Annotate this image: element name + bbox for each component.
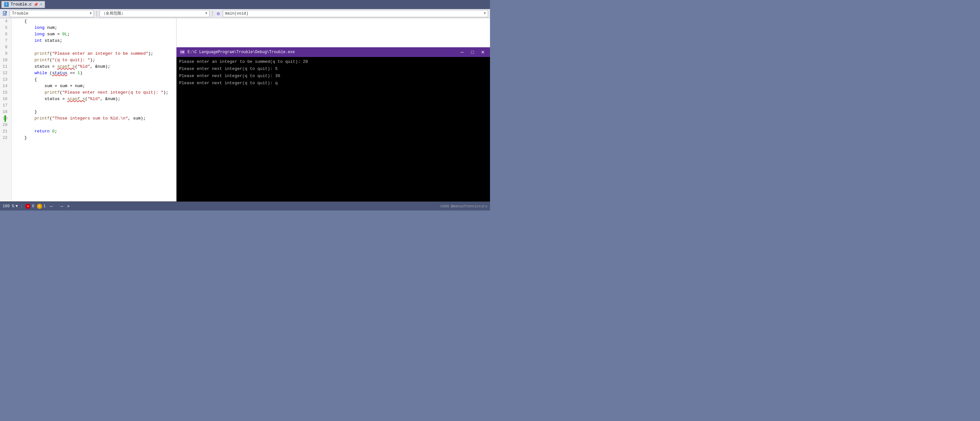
line-num-14: 14 [0, 83, 10, 89]
terminal-minimize-button[interactable]: ─ [458, 49, 466, 56]
scope-dropdown[interactable]: Trouble ▼ [10, 10, 94, 17]
zoom-arrow: ▼ [16, 204, 18, 208]
function-icon: ◎ [215, 10, 221, 17]
terminal-maximize-button[interactable]: □ [469, 49, 476, 56]
code-line-10: printf("(q to quit): "); [14, 57, 176, 64]
function-dropdown[interactable]: main(void) ▼ [223, 10, 488, 17]
nav-back-button[interactable]: ← [48, 203, 56, 210]
svg-rect-1 [5, 11, 7, 13]
warn-count-section: ! 1 [37, 204, 46, 209]
line-numbers: 4 5 6 7 8 9 10 11 12 13 14 15 16 17 18 1… [0, 18, 12, 202]
line-num-15: 15 [0, 89, 10, 96]
line-num-13: 13 [0, 76, 10, 83]
code-line-21: return 0; [14, 128, 176, 135]
nav-forward-button[interactable]: → [58, 203, 65, 210]
context-label: （全局范围） [102, 11, 125, 16]
line-num-17: 17 [0, 102, 10, 109]
code-line-20 [14, 122, 176, 128]
warn-count: 1 [43, 204, 46, 208]
line-num-8: 8 [0, 44, 10, 51]
line-num-4: 4 [0, 18, 10, 25]
code-area[interactable]: { long num; long sum = 0L; int status; p… [12, 18, 176, 202]
context-arrow: ▼ [205, 12, 207, 15]
console-line-3: Please enter next integer(q to quit): 30 [179, 73, 487, 79]
function-arrow: ▼ [484, 12, 486, 15]
tab-label: Trouble.c [11, 2, 32, 7]
toolbar-sep-1 [97, 10, 97, 17]
code-line-22: } [14, 135, 176, 141]
line-num-19: 19 [0, 115, 10, 122]
watermark: CSDN @manyoftenvictury [441, 204, 487, 208]
line-num-16: 16 [0, 96, 10, 102]
code-line-9: printf("Please enter an integer to be su… [14, 51, 176, 57]
line-num-6: 6 [0, 31, 10, 38]
file-c-icon: C [4, 2, 9, 7]
function-label: main(void) [225, 11, 248, 16]
line-num-7: 7 [0, 38, 10, 44]
line-num-12: 12 [0, 70, 10, 76]
scope-arrow: ▼ [90, 12, 92, 15]
code-line-13: { [14, 76, 176, 83]
toolbar: Trouble ▼ （全局范围） ▼ ◎ main(void) ▼ [0, 9, 490, 18]
tab-close-button[interactable]: × [40, 3, 43, 6]
warn-icon: ! [37, 204, 42, 209]
code-panel: 4 5 6 7 8 9 10 11 12 13 14 15 16 17 18 1… [0, 18, 177, 202]
zoom-control[interactable]: 100 % ▼ [3, 204, 18, 208]
error-icon: ✕ [25, 204, 30, 209]
code-content: 4 5 6 7 8 9 10 11 12 13 14 15 16 17 18 1… [0, 18, 176, 202]
line-num-20: 20 [0, 122, 10, 128]
line-num-18: 18 [0, 109, 10, 115]
line-num-11: 11 [0, 64, 10, 70]
zoom-value: 100 % [3, 204, 14, 208]
code-line-16: status = scanf_s("%ld", &num); [14, 96, 176, 102]
terminal-title: E:\C LanguageProgram\Trouble\Debug\Troub… [188, 50, 456, 54]
status-bar: 100 % ▼ | ✕ 0 ! 1 ← → ▶ CSDN @manyoftenv… [0, 202, 490, 211]
line-num-10: 10 [0, 57, 10, 64]
line-num-21: 21 [0, 128, 10, 135]
console-line-2: Please enter next integer(q to quit): 5 [179, 65, 487, 73]
pin-icon: 📌 [34, 3, 38, 7]
code-line-11: status = scanf_s("%ld", &num); [14, 64, 176, 70]
console-line-1: Please enter an integer to be summed(q t… [179, 58, 487, 65]
line-num-22: 22 [0, 135, 10, 141]
tab-bar: C Trouble.c 📌 × [0, 0, 490, 9]
code-line-5: long num; [14, 25, 176, 31]
code-line-12: while (status == 1) [14, 70, 176, 76]
code-line-4: { [14, 18, 176, 25]
terminal-window: CN E:\C LanguageProgram\Trouble\Debug\Tr… [177, 47, 490, 202]
terminal-close-button[interactable]: ✕ [479, 49, 487, 56]
error-count-section: ✕ 0 [25, 204, 34, 209]
line-num-9: 9 [0, 51, 10, 57]
main-area: 4 5 6 7 8 9 10 11 12 13 14 15 16 17 18 1… [0, 18, 490, 202]
code-line-19: printf("Those integers sum to %ld.\n", s… [14, 115, 176, 122]
terminal-body: Please enter an integer to be summed(q t… [177, 57, 490, 88]
file-icon [2, 10, 8, 17]
context-dropdown[interactable]: （全局范围） ▼ [99, 10, 210, 17]
editor-right-empty [177, 18, 490, 47]
terminal-icon: CN [180, 49, 185, 55]
console-panel: CN E:\C LanguageProgram\Trouble\Debug\Tr… [177, 18, 490, 202]
code-line-15: printf("Please enter next integer(q to q… [14, 89, 176, 96]
code-line-6: long sum = 0L; [14, 31, 176, 38]
scope-label: Trouble [12, 11, 28, 16]
code-line-18: } [14, 109, 176, 115]
code-line-8 [14, 44, 176, 51]
console-line-4: Please enter next integer(q to quit): q [179, 79, 487, 87]
error-count: 0 [32, 204, 34, 208]
code-line-14: sum = sum + num; [14, 83, 176, 89]
tab-trouble-c[interactable]: C Trouble.c 📌 × [1, 1, 45, 8]
terminal-titlebar: CN E:\C LanguageProgram\Trouble\Debug\Tr… [177, 47, 490, 57]
code-line-17 [14, 102, 176, 109]
code-line-7: int status; [14, 38, 176, 44]
scroll-right-icon: ▶ [68, 204, 70, 208]
status-sep-1: | [21, 204, 23, 208]
line-num-5: 5 [0, 25, 10, 31]
